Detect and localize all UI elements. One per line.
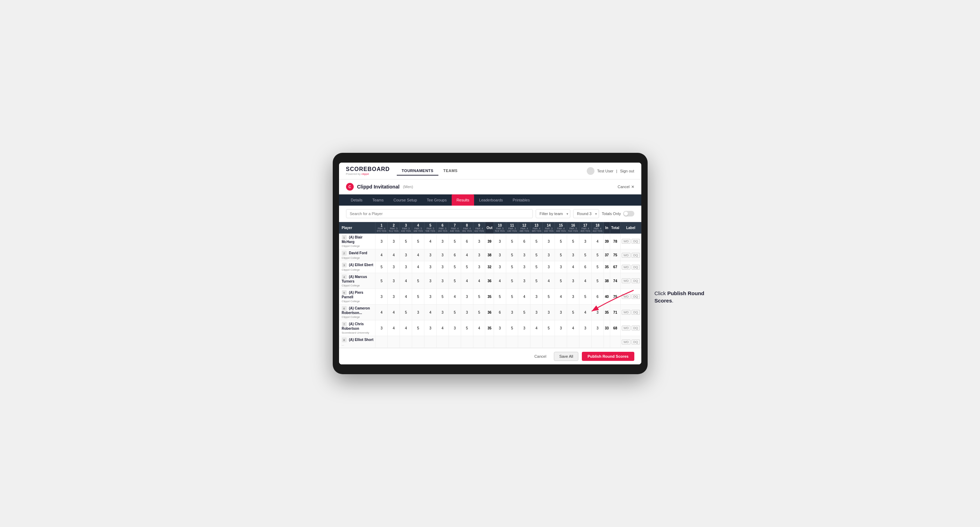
hole-12-score[interactable]: 3 <box>518 249 530 261</box>
wd-button[interactable]: WD <box>622 340 630 344</box>
hole-7-score[interactable] <box>449 336 461 348</box>
hole-15-score[interactable]: 5 <box>555 273 567 289</box>
sign-out-link[interactable]: Sign out <box>620 169 634 173</box>
hole-9-score[interactable]: 3 <box>473 261 485 273</box>
hole-14-score[interactable]: 3 <box>542 261 555 273</box>
hole-7-score[interactable]: 5 <box>449 261 461 273</box>
cancel-button[interactable]: Cancel <box>530 352 550 360</box>
hole-1-score[interactable]: 5 <box>375 273 388 289</box>
hole-9-score[interactable]: 3 <box>473 233 485 249</box>
hole-7-score[interactable]: 5 <box>449 273 461 289</box>
hole-18-score[interactable]: 3 <box>591 320 603 336</box>
hole-13-score[interactable]: 3 <box>530 305 542 320</box>
hole-6-score[interactable]: 3 <box>436 233 449 249</box>
dq-button[interactable]: DQ <box>632 325 640 330</box>
totals-toggle[interactable] <box>623 211 634 216</box>
wd-button[interactable]: WD <box>622 239 630 244</box>
hole-1-score[interactable]: 4 <box>375 305 388 320</box>
hole-2-score[interactable]: 3 <box>388 273 400 289</box>
hole-5-score[interactable]: 3 <box>425 249 437 261</box>
hole-1-score[interactable]: 3 <box>375 289 388 305</box>
hole-12-score[interactable]: 3 <box>518 261 530 273</box>
hole-18-score[interactable]: 5 <box>591 273 603 289</box>
hole-9-score[interactable]: 5 <box>473 289 485 305</box>
dq-button[interactable]: DQ <box>632 253 640 258</box>
hole-9-score[interactable]: 4 <box>473 273 485 289</box>
hole-4-score[interactable]: 4 <box>412 249 425 261</box>
hole-11-score[interactable]: 5 <box>506 261 518 273</box>
hole-14-score[interactable]: 5 <box>542 289 555 305</box>
nav-tournaments[interactable]: TOURNAMENTS <box>397 167 438 176</box>
hole-2-score[interactable]: 4 <box>388 305 400 320</box>
hole-3-score[interactable]: 4 <box>400 273 412 289</box>
hole-10-score[interactable]: 3 <box>494 261 506 273</box>
hole-10-score[interactable]: 3 <box>494 320 506 336</box>
hole-2-score[interactable]: 3 <box>388 233 400 249</box>
hole-16-score[interactable]: 5 <box>567 233 579 249</box>
hole-16-score[interactable]: 4 <box>567 261 579 273</box>
hole-18-score[interactable]: 5 <box>591 249 603 261</box>
hole-16-score[interactable]: 3 <box>567 249 579 261</box>
hole-8-score[interactable]: 3 <box>461 305 473 320</box>
hole-4-score[interactable] <box>412 336 425 348</box>
tab-results[interactable]: Results <box>452 194 474 206</box>
hole-6-score[interactable]: 3 <box>436 273 449 289</box>
hole-2-score[interactable]: 3 <box>388 289 400 305</box>
hole-17-score[interactable] <box>579 336 591 348</box>
hole-3-score[interactable]: 4 <box>400 289 412 305</box>
hole-3-score[interactable]: 5 <box>400 233 412 249</box>
hole-12-score[interactable]: 5 <box>518 305 530 320</box>
hole-7-score[interactable]: 5 <box>449 233 461 249</box>
hole-11-score[interactable]: 5 <box>506 289 518 305</box>
save-all-button[interactable]: Save All <box>554 352 578 361</box>
hole-16-score[interactable]: 3 <box>567 273 579 289</box>
nav-teams[interactable]: TEAMS <box>438 167 463 176</box>
search-input[interactable] <box>346 209 533 218</box>
hole-9-score[interactable] <box>473 336 485 348</box>
hole-1-score[interactable]: 4 <box>375 249 388 261</box>
hole-11-score[interactable]: 5 <box>506 249 518 261</box>
hole-12-score[interactable]: 4 <box>518 289 530 305</box>
hole-13-score[interactable]: 3 <box>530 289 542 305</box>
hole-2-score[interactable]: 4 <box>388 320 400 336</box>
hole-8-score[interactable]: 5 <box>461 320 473 336</box>
hole-18-score[interactable]: 5 <box>591 261 603 273</box>
hole-11-score[interactable]: 5 <box>506 320 518 336</box>
hole-4-score[interactable]: 5 <box>412 289 425 305</box>
hole-4-score[interactable]: 5 <box>412 233 425 249</box>
hole-6-score[interactable]: 5 <box>436 289 449 305</box>
hole-15-score[interactable]: 4 <box>555 289 567 305</box>
hole-14-score[interactable]: 3 <box>542 305 555 320</box>
tournament-cancel-button[interactable]: Cancel ✕ <box>617 185 634 189</box>
publish-round-scores-button[interactable]: Publish Round Scores <box>582 352 634 361</box>
wd-button[interactable]: WD <box>622 265 630 270</box>
hole-11-score[interactable] <box>506 336 518 348</box>
hole-17-score[interactable]: 3 <box>579 233 591 249</box>
hole-17-score[interactable]: 5 <box>579 249 591 261</box>
hole-15-score[interactable]: 3 <box>555 261 567 273</box>
filter-team-select[interactable]: Filter by team <box>536 209 570 218</box>
hole-3-score[interactable]: 3 <box>400 249 412 261</box>
hole-14-score[interactable]: 3 <box>542 249 555 261</box>
hole-2-score[interactable] <box>388 336 400 348</box>
hole-7-score[interactable]: 5 <box>449 305 461 320</box>
hole-3-score[interactable]: 4 <box>400 320 412 336</box>
hole-9-score[interactable]: 4 <box>473 320 485 336</box>
hole-10-score[interactable]: 6 <box>494 305 506 320</box>
hole-7-score[interactable]: 3 <box>449 320 461 336</box>
hole-2-score[interactable]: 3 <box>388 261 400 273</box>
hole-13-score[interactable]: 5 <box>530 249 542 261</box>
hole-11-score[interactable]: 3 <box>506 305 518 320</box>
hole-14-score[interactable] <box>542 336 555 348</box>
hole-10-score[interactable]: 3 <box>494 249 506 261</box>
hole-12-score[interactable]: 6 <box>518 233 530 249</box>
hole-4-score[interactable]: 5 <box>412 273 425 289</box>
hole-5-score[interactable]: 3 <box>425 320 437 336</box>
hole-9-score[interactable]: 3 <box>473 249 485 261</box>
hole-18-score[interactable] <box>591 336 603 348</box>
hole-13-score[interactable]: 4 <box>530 320 542 336</box>
hole-4-score[interactable]: 5 <box>412 320 425 336</box>
dq-button[interactable]: DQ <box>632 265 640 270</box>
hole-17-score[interactable]: 4 <box>579 273 591 289</box>
hole-15-score[interactable]: 3 <box>555 305 567 320</box>
